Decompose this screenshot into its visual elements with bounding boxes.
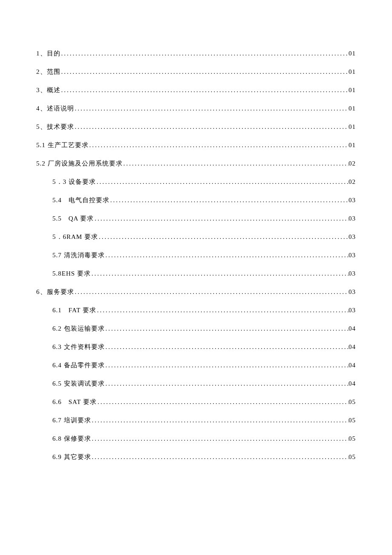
toc-page: 01	[349, 122, 356, 131]
toc-dots	[105, 251, 349, 260]
toc-page: 03	[349, 214, 356, 223]
toc-label: 5.5 QA 要求	[52, 214, 94, 223]
toc-page: 01	[349, 104, 356, 113]
toc-dots	[94, 214, 349, 223]
toc-page: 01	[349, 86, 356, 95]
toc-label: 6.6 SAT 要求	[52, 398, 97, 407]
toc-page: 03	[349, 269, 356, 278]
toc-dots	[105, 343, 349, 352]
toc-dots	[98, 232, 349, 241]
toc-page: 03	[349, 288, 356, 296]
toc-entry: 5.4 电气自控要求 03	[36, 196, 356, 205]
toc-dots	[97, 398, 349, 407]
toc-entry: 6.5 安装调试要求 04	[36, 379, 356, 388]
toc-entry: 5．6RAM 要求 03	[36, 232, 356, 241]
toc-label: 6、服务要求	[36, 288, 74, 296]
toc-page: 05	[349, 416, 356, 425]
toc-label: 5．6RAM 要求	[52, 232, 98, 241]
toc-dots	[61, 86, 349, 95]
toc-entry: 2、范围 01	[36, 67, 356, 76]
toc-page: 01	[349, 141, 356, 150]
toc-label: 5.7 清洗消毒要求	[52, 251, 105, 260]
toc-page: 04	[349, 343, 356, 352]
toc-entry: 6.9 其它要求 05	[36, 453, 356, 462]
toc-page: 02	[349, 159, 356, 168]
toc-label: 5．3 设备要求	[52, 177, 96, 186]
toc-entry: 6.6 SAT 要求 05	[36, 398, 356, 407]
toc-dots	[91, 416, 349, 425]
toc-label: 5.8EHS 要求	[52, 269, 91, 278]
toc-label: 5.2 厂房设施及公用系统要求	[36, 159, 123, 168]
toc-entry: 5.8EHS 要求 03	[36, 269, 356, 278]
table-of-contents: 1、目的 01 2、范围 01 3、概述 01 4、述语说明 01 5、技术要求…	[36, 49, 356, 462]
toc-entry: 1、目的 01	[36, 49, 356, 58]
toc-dots	[123, 159, 349, 168]
toc-label: 6.3 文件资料要求	[52, 343, 105, 352]
toc-label: 6.1 FAT 要求	[52, 306, 96, 315]
toc-entry: 5.2 厂房设施及公用系统要求 02	[36, 159, 356, 168]
toc-entry: 6.1 FAT 要求 03	[36, 306, 356, 315]
toc-entry: 4、述语说明 01	[36, 104, 356, 113]
toc-dots	[96, 306, 349, 315]
toc-page: 02	[349, 177, 356, 186]
toc-label: 5、技术要求	[36, 122, 74, 131]
toc-dots	[61, 49, 349, 58]
toc-entry: 6.7 培训要求 05	[36, 416, 356, 425]
toc-page: 05	[349, 398, 356, 407]
toc-label: 4、述语说明	[36, 104, 74, 113]
toc-dots	[91, 453, 349, 462]
toc-label: 6.2 包装运输要求	[52, 324, 105, 333]
toc-dots	[96, 177, 349, 186]
toc-dots	[110, 196, 349, 205]
toc-label: 1、目的	[36, 49, 61, 58]
toc-label: 5.1 生产工艺要求	[36, 141, 89, 150]
toc-page: 03	[349, 306, 356, 315]
toc-page: 05	[349, 453, 356, 462]
toc-page: 05	[349, 434, 356, 443]
toc-dots	[91, 434, 349, 443]
toc-label: 6.4 备品零件要求	[52, 361, 105, 370]
toc-label: 6.7 培训要求	[52, 416, 91, 425]
toc-dots	[105, 379, 349, 388]
toc-entry: 5.7 清洗消毒要求 03	[36, 251, 356, 260]
toc-page: 04	[349, 361, 356, 370]
toc-page: 04	[349, 324, 356, 333]
toc-dots	[74, 122, 349, 131]
toc-label: 6.5 安装调试要求	[52, 379, 105, 388]
toc-entry: 6、服务要求 03	[36, 288, 356, 296]
toc-label: 6.8 保修要求	[52, 434, 91, 443]
toc-entry: 6.3 文件资料要求 04	[36, 343, 356, 352]
toc-page: 04	[349, 379, 356, 388]
toc-dots	[61, 67, 349, 76]
toc-entry: 3、概述 01	[36, 86, 356, 95]
toc-entry: 6.2 包装运输要求 04	[36, 324, 356, 333]
toc-page: 01	[349, 67, 356, 76]
toc-label: 5.4 电气自控要求	[52, 196, 110, 205]
toc-dots	[105, 324, 349, 333]
toc-label: 2、范围	[36, 67, 61, 76]
toc-dots	[74, 104, 349, 113]
toc-page: 03	[349, 251, 356, 260]
toc-page: 03	[349, 196, 356, 205]
toc-dots	[91, 269, 349, 278]
toc-entry: 5、技术要求 01	[36, 122, 356, 131]
toc-entry: 5.1 生产工艺要求 01	[36, 141, 356, 150]
toc-label: 3、概述	[36, 86, 61, 95]
toc-dots	[89, 141, 349, 150]
toc-page: 03	[349, 232, 356, 241]
toc-entry: 6.4 备品零件要求 04	[36, 361, 356, 370]
toc-entry: 6.8 保修要求 05	[36, 434, 356, 443]
toc-page: 01	[349, 49, 356, 58]
toc-entry: 5.5 QA 要求 03	[36, 214, 356, 223]
toc-dots	[105, 361, 349, 370]
toc-entry: 5．3 设备要求 02	[36, 177, 356, 186]
toc-dots	[74, 288, 349, 296]
toc-label: 6.9 其它要求	[52, 453, 91, 462]
